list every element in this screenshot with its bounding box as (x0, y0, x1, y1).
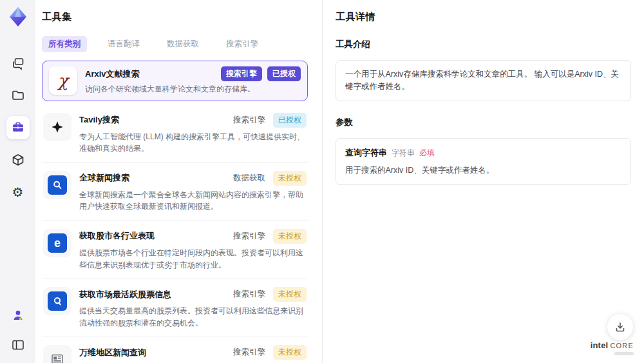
param-header: 查询字符串字符串必填 (345, 146, 621, 159)
auth-badge: 未授权 (273, 287, 307, 302)
params-heading: 参数 (336, 117, 631, 128)
tool-details-panel: 工具详情 工具介绍 一个用于从Arxiv存储库搜索科学论文和文章的工具。 输入可… (322, 0, 644, 363)
tool-name: Arxiv文献搜索 (85, 68, 140, 80)
intro-box: 一个用于从Arxiv存储库搜索科学论文和文章的工具。 输入可以是Arxiv ID… (336, 60, 631, 101)
param-required-flag: 必填 (419, 148, 435, 157)
category-label: 数据获取 (233, 173, 265, 184)
details-title: 工具详情 (336, 11, 631, 23)
tool-name: 万维地区新闻查询 (79, 347, 146, 358)
intel-core-logo: intelCORE (591, 340, 634, 355)
auth-badge: 未授权 (273, 171, 307, 186)
auth-badge: 已授权 (273, 113, 307, 128)
tool-card-arxiv[interactable]: χ Arxiv文献搜索 搜索引擎 已授权 访问各个研究领域大量科学论文和文章的存… (42, 61, 308, 101)
tool-description: 提供股票市场各个行业在特定时间段内的表现。投资者可以利用这些信息来识别表现优于或… (79, 247, 307, 271)
app-logo (6, 5, 30, 28)
tool-name: 全球新闻搜索 (79, 172, 129, 184)
finance-logo-icon: e (43, 229, 71, 257)
sidebar-item-chat[interactable] (6, 52, 30, 75)
tool-row-active-stocks[interactable]: 获取市场最活跃股票信息 搜索引擎 未授权 提供当天交易量最高的股票列表。投资者可… (42, 279, 308, 337)
sidebar-item-packages[interactable] (6, 148, 30, 172)
tool-description: 访问各个研究领域大量科学论文和文章的存储库。 (85, 83, 301, 95)
tab-language-translation[interactable]: 语言翻译 (101, 36, 146, 52)
folder-icon (11, 88, 25, 103)
tool-description: 专为人工智能代理 (LLM) 构建的搜索引擎工具，可快速提供实时、准确和真实的结… (79, 131, 307, 155)
intro-heading: 工具介绍 (336, 39, 631, 50)
category-tabs: 所有类别 语言翻译 数据获取 搜索引擎 (42, 36, 308, 52)
tab-all-categories[interactable]: 所有类别 (42, 36, 87, 52)
toolbox-icon (11, 121, 25, 135)
user-avatar-button[interactable] (6, 304, 30, 327)
left-rail: ⚙ (0, 0, 35, 363)
tool-name: 获取股市各行业表现 (79, 230, 155, 242)
panel-toggle-icon (12, 339, 24, 351)
tool-row-regional-news[interactable]: 万维地区新闻查询 搜索引擎 未授权 查询具体行政区划内的新闻，快速了解各地新闻动 (42, 337, 308, 363)
toolset-panel: 工具集 所有类别 语言翻译 数据获取 搜索引擎 χ Arxiv文献搜索 搜索引擎… (35, 0, 322, 363)
tool-description: 提供当天交易量最高的股票列表。投资者可以利用这些信息来识别流动性强的股票和潜在的… (79, 305, 307, 329)
sidebar-item-toolbox[interactable] (6, 116, 30, 139)
param-box: 查询字符串字符串必填 用于搜索的Arxiv ID、关键字或作者姓名。 (336, 138, 631, 186)
tool-description: 全球新闻搜索是一个聚合全球各大新闻网站内容的搜索引擎，帮助用户快速获取全球最新资… (79, 189, 307, 213)
news-search-logo-icon (43, 171, 71, 199)
brand-core-text: CORE (610, 342, 634, 349)
sidebar-item-settings[interactable]: ⚙ (6, 181, 30, 204)
auth-badge: 未授权 (273, 345, 307, 360)
param-description: 用于搜索的Arxiv ID、关键字或作者姓名。 (345, 164, 621, 177)
category-badge: 搜索引擎 (221, 66, 262, 81)
package-icon (11, 153, 25, 167)
intro-text: 一个用于从Arxiv存储库搜索科学论文和文章的工具。 输入可以是Arxiv ID… (345, 70, 619, 91)
download-icon (614, 321, 626, 333)
toolset-title: 工具集 (42, 11, 308, 23)
gear-icon: ⚙ (12, 186, 24, 199)
tavily-star-icon (43, 113, 71, 141)
brand-subtext-decoration (614, 352, 634, 355)
collapse-panel-button[interactable] (6, 333, 30, 357)
category-label: 搜索引擎 (233, 347, 265, 358)
category-label: 搜索引擎 (233, 231, 265, 242)
stock-search-logo-icon (43, 287, 71, 315)
tool-name: 获取市场最活跃股票信息 (79, 289, 171, 300)
arxiv-logo-icon: χ (49, 66, 77, 95)
tab-search-engine[interactable]: 搜索引擎 (220, 36, 265, 52)
tool-row-tavily[interactable]: Tavily搜索 搜索引擎 已授权 专为人工智能代理 (LLM) 构建的搜索引擎… (42, 105, 308, 163)
brand-intel-text: intel (591, 340, 609, 350)
auth-badge: 未授权 (273, 229, 307, 244)
tool-name: Tavily搜索 (79, 114, 119, 126)
category-label: 搜索引擎 (233, 289, 265, 300)
tool-row-global-news[interactable]: 全球新闻搜索 数据获取 未授权 全球新闻搜索是一个聚合全球各大新闻网站内容的搜索… (42, 163, 308, 221)
param-type: 字符串 (392, 148, 415, 157)
user-icon (12, 309, 24, 322)
download-button[interactable] (607, 314, 633, 340)
tab-data-fetch[interactable]: 数据获取 (160, 36, 205, 52)
param-name: 查询字符串 (345, 148, 387, 157)
newspaper-icon (43, 345, 71, 363)
chat-icon (11, 56, 25, 70)
auth-badge: 已授权 (267, 66, 301, 81)
tool-row-sector-performance[interactable]: e 获取股市各行业表现 搜索引擎 未授权 提供股票市场各个行业在特定时间段内的表… (42, 221, 308, 279)
sidebar-item-files[interactable] (6, 84, 30, 107)
category-label: 搜索引擎 (233, 115, 265, 126)
